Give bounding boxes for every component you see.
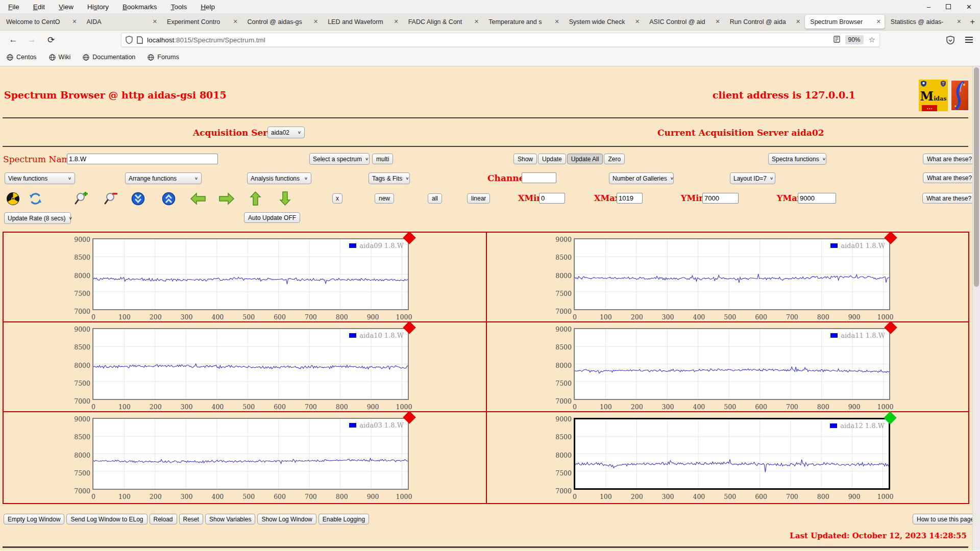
- show-variables-button[interactable]: Show Variables: [205, 514, 256, 524]
- zero-button[interactable]: Zero: [604, 154, 625, 164]
- browser-tab-8[interactable]: ASIC Control @ aid✕: [644, 15, 724, 29]
- show-log-window-button[interactable]: Show Log Window: [257, 514, 316, 524]
- send-log-window-to-elog-button[interactable]: Send Log Window to ELog: [66, 514, 147, 524]
- forward-button[interactable]: →: [24, 33, 39, 46]
- update-rate-dropdown[interactable]: Update Rate (8 secs)∨: [4, 212, 71, 224]
- browser-tab-11[interactable]: Statistics @ aidas-✕: [886, 15, 965, 29]
- how-to-use-button[interactable]: How to use this page: [913, 514, 978, 524]
- tab-close-icon[interactable]: ✕: [233, 18, 237, 25]
- browser-tab-10[interactable]: Spectrum Browser✕: [805, 15, 885, 29]
- spectrum-name-input[interactable]: [67, 154, 218, 164]
- tab-close-icon[interactable]: ✕: [153, 18, 157, 25]
- number-of-galleries-dropdown[interactable]: Number of Galleries∨: [609, 172, 674, 184]
- page-info-icon[interactable]: [137, 36, 143, 44]
- ymin-input[interactable]: [702, 193, 739, 204]
- chart-aida10[interactable]: aida10 1.8.W: [92, 328, 409, 400]
- reload-button[interactable]: Reload: [150, 514, 177, 524]
- select-spectrum-dropdown[interactable]: Select a spectrum∨: [309, 153, 370, 165]
- bookmark-star-icon[interactable]: ☆: [869, 35, 875, 44]
- scroll-up-icon[interactable]: [162, 192, 176, 206]
- reader-mode-icon[interactable]: [834, 36, 840, 44]
- tab-close-icon[interactable]: ✕: [72, 18, 77, 25]
- show-button[interactable]: Show: [513, 154, 537, 164]
- reset-button[interactable]: Reset: [179, 514, 203, 524]
- browser-tab-2[interactable]: Experiment Contro✕: [162, 15, 241, 29]
- tab-close-icon[interactable]: ✕: [394, 18, 398, 25]
- xmin-input[interactable]: [539, 193, 565, 204]
- tab-close-icon[interactable]: ✕: [555, 18, 559, 25]
- menu-help[interactable]: Help: [201, 3, 215, 11]
- new-button[interactable]: new: [375, 193, 394, 204]
- chart-aida11[interactable]: aida11 1.8.W: [574, 328, 890, 400]
- channel-input[interactable]: [522, 172, 556, 183]
- browser-tab-1[interactable]: AIDA✕: [82, 15, 161, 29]
- scroll-down-icon[interactable]: [131, 192, 145, 206]
- auto-update-button[interactable]: Auto Update OFF: [244, 212, 300, 223]
- multi-button[interactable]: multi: [372, 154, 393, 164]
- tab-close-icon[interactable]: ✕: [474, 18, 479, 25]
- menu-history[interactable]: History: [87, 3, 109, 11]
- scrollbar-thumb[interactable]: [974, 67, 979, 287]
- view-functions-dropdown[interactable]: View functions∨: [5, 172, 75, 184]
- arrow-up-icon[interactable]: [250, 191, 261, 206]
- what-are-these-button-3[interactable]: What are these?: [922, 193, 975, 204]
- reload-button[interactable]: ⟳: [44, 33, 58, 46]
- browser-tab-7[interactable]: System wide Check✕: [564, 15, 644, 29]
- bookmark-centos[interactable]: Centos: [7, 54, 37, 61]
- analysis-functions-dropdown[interactable]: Analysis functions∨: [247, 172, 311, 184]
- browser-tab-3[interactable]: Control @ aidas-gs✕: [242, 15, 322, 29]
- midas-logo[interactable]: Midas ▪ ▪ ▪: [919, 80, 948, 111]
- what-are-these-button-2[interactable]: What are these?: [923, 172, 976, 183]
- menu-file[interactable]: File: [8, 3, 19, 11]
- browser-tab-0[interactable]: Welcome to CentO✕: [1, 15, 81, 29]
- hamburger-menu-icon[interactable]: [962, 33, 976, 46]
- arrange-functions-dropdown[interactable]: Arrange functions∨: [125, 172, 202, 184]
- radiation-icon[interactable]: [6, 192, 20, 206]
- tab-close-icon[interactable]: ✕: [313, 18, 318, 25]
- chart-aida12[interactable]: aida12 1.8.W: [574, 418, 890, 490]
- ymax-input[interactable]: [798, 193, 836, 204]
- shield-icon[interactable]: [126, 36, 133, 44]
- chart-aida09[interactable]: aida09 1.8.W: [92, 238, 409, 310]
- scrollbar[interactable]: [972, 66, 980, 550]
- update-all-button[interactable]: Update All: [567, 154, 603, 164]
- bookmark-documentation[interactable]: Documentation: [83, 54, 135, 61]
- tab-close-icon[interactable]: ✕: [876, 18, 881, 25]
- tab-close-icon[interactable]: ✕: [635, 18, 640, 25]
- menu-bookmarks[interactable]: Bookmarks: [122, 3, 157, 11]
- what-are-these-button-1[interactable]: What are these?: [923, 154, 976, 164]
- tab-close-icon[interactable]: ✕: [796, 18, 800, 25]
- arrow-right-icon[interactable]: [218, 192, 235, 206]
- chart-aida03[interactable]: aida03 1.8.W: [92, 418, 409, 490]
- tab-close-icon[interactable]: ✕: [957, 18, 961, 25]
- bookmark-wiki[interactable]: Wiki: [49, 54, 71, 61]
- account-shield-icon[interactable]: [943, 33, 958, 46]
- refresh-icon[interactable]: [29, 192, 42, 206]
- layout-id-dropdown[interactable]: Layout ID=7∨: [730, 172, 775, 184]
- arrow-down-icon[interactable]: [279, 191, 291, 206]
- acquisition-server-select[interactable]: aida02∨: [267, 127, 305, 138]
- tcl-powered-logo[interactable]: [950, 80, 969, 111]
- back-button[interactable]: ←: [6, 33, 20, 46]
- tags-fits-dropdown[interactable]: Tags & Fits∨: [369, 172, 410, 184]
- url-bar[interactable]: localhost:8015/Spectrum/Spectrum.tml 90%…: [121, 33, 880, 47]
- zoom-in-icon[interactable]: [75, 192, 88, 206]
- browser-tab-4[interactable]: LED and Waveform✕: [323, 15, 402, 29]
- linear-button[interactable]: linear: [467, 193, 490, 204]
- xmax-input[interactable]: [617, 193, 643, 204]
- tab-close-icon[interactable]: ✕: [716, 18, 720, 25]
- menu-tools[interactable]: Tools: [171, 3, 187, 11]
- browser-tab-6[interactable]: Temperature and s✕: [483, 15, 563, 29]
- new-tab-button[interactable]: +: [965, 13, 979, 30]
- empty-log-window-button[interactable]: Empty Log Window: [4, 514, 64, 524]
- all-button[interactable]: all: [428, 193, 442, 204]
- menu-view[interactable]: View: [59, 3, 74, 11]
- enable-logging-button[interactable]: Enable Logging: [318, 514, 369, 524]
- bookmark-forums[interactable]: Forums: [148, 54, 179, 61]
- zoom-level-badge[interactable]: 90%: [845, 35, 864, 44]
- close-window-button[interactable]: ✕: [966, 3, 972, 11]
- maximize-button[interactable]: [946, 4, 951, 9]
- browser-tab-9[interactable]: Run Control @ aida✕: [725, 15, 804, 29]
- browser-tab-5[interactable]: FADC Align & Cont✕: [403, 15, 483, 29]
- spectra-functions-dropdown[interactable]: Spectra functions∨: [768, 153, 826, 165]
